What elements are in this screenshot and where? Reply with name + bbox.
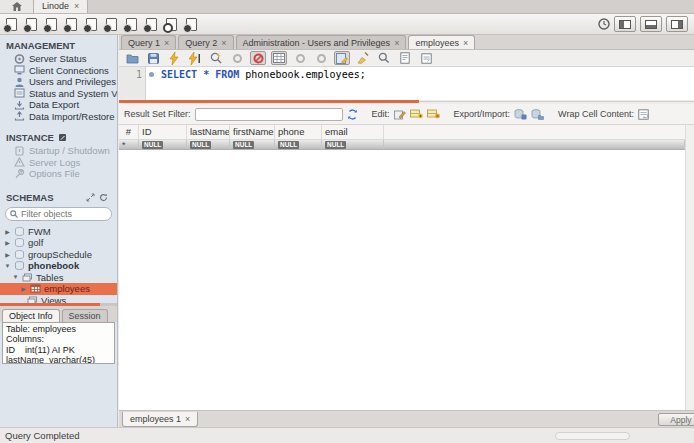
- tab-session[interactable]: Session: [62, 309, 108, 322]
- limit-rows-button[interactable]: [271, 51, 287, 65]
- expand-arrow-icon[interactable]: ▶: [4, 228, 11, 235]
- execute-current-statement-button[interactable]: [187, 51, 203, 65]
- close-icon[interactable]: ×: [74, 1, 79, 11]
- schema-node-phonebook[interactable]: ▼ phonebook: [0, 260, 117, 272]
- null-value-badge[interactable]: NULL: [190, 141, 211, 149]
- delete-row-button[interactable]: [427, 109, 440, 119]
- tab-employees[interactable]: employees×: [408, 35, 475, 49]
- close-icon[interactable]: ×: [221, 38, 226, 48]
- toggle-left-sidebar-button[interactable]: [614, 16, 636, 32]
- new-procedure-button[interactable]: [126, 18, 137, 31]
- home-tab[interactable]: [0, 0, 34, 13]
- tree-node-tables[interactable]: ▼ Tables: [0, 272, 117, 284]
- sidebar-item-server-logs[interactable]: Server Logs: [0, 157, 117, 169]
- toggle-right-sidebar-button[interactable]: [666, 16, 688, 32]
- null-value-badge[interactable]: NULL: [142, 141, 163, 149]
- sidebar-item-server-status[interactable]: Server Status: [0, 53, 117, 65]
- new-table-button[interactable]: [86, 18, 97, 31]
- new-view-button[interactable]: [106, 18, 117, 31]
- open-file-button[interactable]: [124, 51, 140, 65]
- sidebar-item-client-connections[interactable]: Client Connections: [0, 65, 117, 77]
- close-icon[interactable]: ×: [394, 38, 399, 48]
- new-sql-tab-button[interactable]: [6, 18, 17, 31]
- execute-query-button[interactable]: [166, 51, 182, 65]
- null-value-badge[interactable]: NULL: [278, 141, 299, 149]
- result-grid[interactable]: # ID lastName firstName phone email * NU…: [119, 125, 685, 410]
- insert-row-button[interactable]: [410, 109, 423, 119]
- toggle-wrapping-button[interactable]: [418, 51, 434, 65]
- schema-node-fwm[interactable]: ▶ FWM: [0, 226, 117, 238]
- new-row-placeholder[interactable]: * NULL NULL NULL NULL NULL: [119, 140, 685, 150]
- expand-arrow-icon[interactable]: ▶: [20, 285, 27, 292]
- beautify-button[interactable]: [355, 51, 371, 65]
- explain-button[interactable]: [208, 51, 224, 65]
- schema-node-golf[interactable]: ▶ golf: [0, 237, 117, 249]
- tree-node-employees[interactable]: ▶ employees: [0, 283, 117, 295]
- wrap-cell-content-button[interactable]: [638, 109, 649, 120]
- tab-query-1[interactable]: Query 1×: [121, 35, 176, 49]
- sidebar-item-label: Server Logs: [29, 157, 80, 168]
- tab-result-employees-1[interactable]: employees 1 ×: [122, 412, 198, 427]
- schema-node-groupschedule[interactable]: ▶ groupSchedule: [0, 249, 117, 261]
- collapse-arrow-icon[interactable]: ▼: [4, 263, 11, 269]
- grid-vertical-scrollbar[interactable]: [685, 125, 694, 410]
- sql-identifier: phonebook.employees;: [245, 69, 365, 80]
- null-value-badge[interactable]: NULL: [233, 141, 254, 149]
- find-button[interactable]: [376, 51, 392, 65]
- sidebar-bottom-panel: Object Info Session Table: employees Col…: [0, 299, 117, 364]
- toggle-bottom-panel-button[interactable]: [640, 16, 662, 32]
- edit-current-row-button[interactable]: [394, 109, 406, 120]
- power-icon: [14, 146, 25, 156]
- close-icon[interactable]: ×: [164, 38, 169, 48]
- column-header-rownum[interactable]: #: [119, 125, 139, 139]
- schema-filter-input[interactable]: [21, 209, 101, 219]
- schema-node-label: groupSchedule: [28, 249, 92, 260]
- result-filter-input[interactable]: [195, 108, 343, 121]
- tab-object-info[interactable]: Object Info: [2, 309, 60, 322]
- tab-administration[interactable]: Administration - Users and Privileges×: [236, 35, 407, 49]
- sql-code-editor[interactable]: 1 SELECT * FROM phonebook.employees;: [119, 67, 694, 100]
- new-view-icon: [106, 18, 117, 31]
- save-button[interactable]: [145, 51, 161, 65]
- refresh-icon: [347, 109, 358, 120]
- null-value-badge[interactable]: NULL: [325, 141, 346, 149]
- import-recordset-button[interactable]: [531, 109, 544, 120]
- open-sql-script-button[interactable]: [26, 18, 37, 31]
- new-schema-button[interactable]: [66, 18, 77, 31]
- toggle-stop-on-error-button[interactable]: [250, 51, 266, 65]
- sidebar-item-status-system-variables[interactable]: Status and System Variables: [0, 88, 117, 100]
- export-recordset-button[interactable]: [514, 109, 527, 120]
- invisible-characters-button[interactable]: [397, 51, 413, 65]
- column-header-firstname[interactable]: firstName: [230, 125, 275, 139]
- new-function-button[interactable]: [146, 18, 157, 31]
- expand-arrow-icon[interactable]: ▶: [4, 239, 11, 246]
- column-header-id[interactable]: ID: [139, 125, 187, 139]
- sidebar-item-users-privileges[interactable]: Users and Privileges: [0, 76, 117, 88]
- sidebar-item-data-import-restore[interactable]: Data Import/Restore: [0, 111, 117, 123]
- refresh-schemas-icon[interactable]: [99, 193, 108, 202]
- search-button[interactable]: [166, 18, 177, 31]
- sidebar-item-startup-shutdown[interactable]: Startup / Shutdown: [0, 145, 117, 157]
- horizontal-scrollbar[interactable]: [555, 432, 630, 440]
- apply-button[interactable]: Apply: [658, 413, 694, 426]
- collapse-arrow-icon[interactable]: ▼: [12, 274, 19, 280]
- toggle-autocommit-button[interactable]: [334, 51, 350, 65]
- commit-button[interactable]: [292, 51, 308, 65]
- sidebar-item-options-file[interactable]: Options File: [0, 168, 117, 180]
- tab-connection-linode[interactable]: Linode ×: [34, 0, 88, 13]
- panel-toggles: [598, 16, 688, 32]
- rollback-button[interactable]: [313, 51, 329, 65]
- refresh-results-button[interactable]: [347, 109, 358, 120]
- column-header-email[interactable]: email: [322, 125, 384, 139]
- sidebar-item-data-export[interactable]: Data Export: [0, 99, 117, 111]
- collapse-all-icon[interactable]: [86, 193, 95, 202]
- column-header-lastname[interactable]: lastName: [187, 125, 230, 139]
- expand-arrow-icon[interactable]: ▶: [4, 251, 11, 258]
- close-icon[interactable]: ×: [463, 38, 468, 48]
- stop-query-button[interactable]: [229, 51, 245, 65]
- close-icon[interactable]: ×: [185, 414, 190, 424]
- column-header-phone[interactable]: phone: [275, 125, 322, 139]
- new-connection-button[interactable]: [46, 18, 57, 31]
- utilities-button[interactable]: [186, 18, 197, 31]
- tab-query-2[interactable]: Query 2×: [178, 35, 233, 49]
